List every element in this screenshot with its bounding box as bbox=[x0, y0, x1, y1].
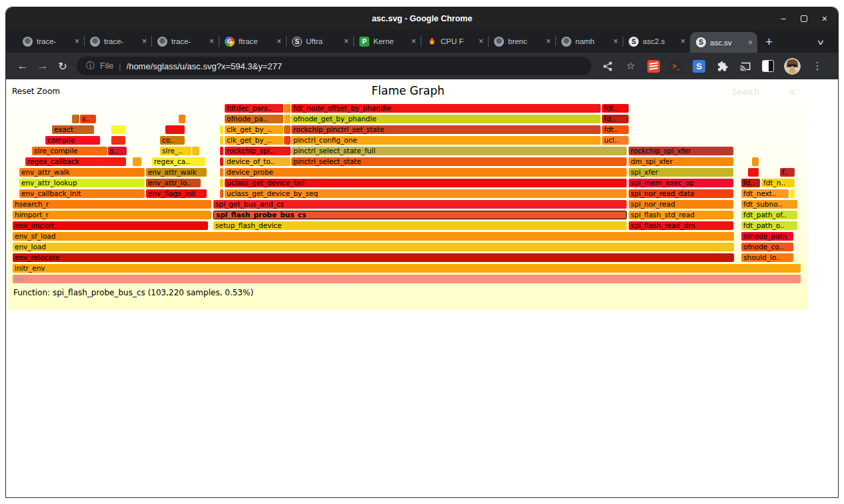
flame-frame-ofnode-path[interactable]: ofnode_path bbox=[741, 232, 793, 241]
flame-frame-sliver[interactable] bbox=[284, 104, 291, 113]
flame-frame-env-attr-lo[interactable]: env_attr_lo.. bbox=[146, 179, 201, 187]
minimize-icon[interactable]: − bbox=[781, 14, 786, 23]
flame-frame-f[interactable]: f.. bbox=[780, 168, 795, 177]
flame-frame-exact[interactable]: exact bbox=[52, 125, 94, 134]
flame-frame-sliver[interactable] bbox=[220, 189, 223, 198]
dark-mode-extension-icon[interactable] bbox=[762, 60, 774, 72]
flame-frame-sliver[interactable] bbox=[72, 115, 79, 123]
flame-frame-setup-flash-device[interactable]: setup_flash_device bbox=[213, 221, 627, 230]
page-info-icon[interactable]: ⓘ bbox=[86, 60, 95, 72]
flame-frame-sliver[interactable] bbox=[748, 168, 759, 177]
tab-asc2-s[interactable]: Sasc2.s× bbox=[623, 30, 690, 53]
flame-frame-fd[interactable]: fd.. bbox=[602, 115, 629, 123]
tab-overflow-chevron-icon[interactable]: ∨ bbox=[817, 38, 825, 47]
tab-close-icon[interactable]: × bbox=[209, 37, 214, 46]
reload-icon[interactable]: ↻ bbox=[53, 60, 73, 73]
flame-frame-slre[interactable]: slre_.. bbox=[160, 147, 191, 155]
flame-frame-sliver[interactable] bbox=[284, 136, 291, 145]
flame-frame-sliver[interactable] bbox=[220, 125, 223, 134]
flame-frame-env-relocate[interactable]: env_relocate bbox=[13, 253, 734, 262]
flame-frame-ucl[interactable]: ucl.. bbox=[602, 136, 629, 145]
tab-close-icon[interactable]: × bbox=[344, 37, 349, 46]
tab-close-icon[interactable]: × bbox=[75, 37, 79, 46]
flame-frame-rockchip-pinctrl-set-state[interactable]: rockchip_pinctrl_set_state bbox=[291, 125, 601, 134]
tab-close-icon[interactable]: × bbox=[479, 37, 483, 46]
flame-frame-ofnode-get-by-phandle[interactable]: ofnode_get_by_phandle bbox=[291, 115, 601, 123]
tab-kerne[interactable]: PKerne× bbox=[353, 30, 421, 53]
flame-frame-s[interactable]: s.. bbox=[108, 147, 127, 155]
tab-close-icon[interactable]: × bbox=[681, 37, 685, 46]
flame-frame-sliver[interactable] bbox=[111, 136, 125, 145]
tab-close-icon[interactable]: × bbox=[546, 37, 551, 46]
flame-frame-clk-get-by[interactable]: clk_get_by_.. bbox=[225, 136, 283, 145]
flame-frame-rockchip-spi[interactable]: rockchip_spi.. bbox=[225, 147, 291, 155]
tab-brenc[interactable]: brenc× bbox=[488, 30, 555, 53]
new-tab-button[interactable]: + bbox=[765, 35, 773, 48]
maximize-icon[interactable] bbox=[801, 15, 807, 22]
flame-frame-spi-flash-read-dm[interactable]: spi_flash_read_dm bbox=[629, 221, 733, 230]
flame-frame-sliver[interactable] bbox=[220, 136, 223, 145]
flame-frame-env-flags-init[interactable]: env_flags_init bbox=[146, 189, 207, 198]
flame-frame-sliver[interactable] bbox=[179, 115, 185, 123]
flame-frame-spl-flash-probe-bus-cs[interactable]: spl_flash_probe_bus_cs bbox=[213, 211, 627, 219]
flame-frame-initr-env[interactable]: initr_env bbox=[13, 264, 801, 273]
flame-frame-clk-get-by[interactable]: clk_get_by_.. bbox=[225, 125, 283, 134]
search-button[interactable]: Search bbox=[732, 87, 759, 97]
flame-frame-pinctrl-select-state-full[interactable]: pinctrl_select_state_full bbox=[291, 147, 627, 155]
session-extension-icon[interactable]: S bbox=[693, 60, 705, 73]
flame-frame-pinctrl-config-one[interactable]: pinctrl_config_one bbox=[291, 136, 601, 145]
flame-frame-pinctrl-select-state[interactable]: pinctrl_select_state bbox=[291, 157, 627, 166]
back-icon[interactable]: ← bbox=[13, 59, 33, 73]
flame-frame-regex-callback[interactable]: regex_callback bbox=[25, 157, 126, 166]
flame-frame-ofnode-pa[interactable]: ofnode_pa.. bbox=[225, 115, 283, 123]
flame-frame-dm-spi-xfer[interactable]: dm_spi_xfer bbox=[629, 157, 733, 166]
flame-frame-fd[interactable]: fd.. bbox=[741, 179, 760, 187]
flame-frame-env-load[interactable]: env_load bbox=[13, 243, 734, 251]
flame-frame-ofnode-co[interactable]: ofnode_co.. bbox=[741, 243, 793, 251]
flame-frame-spi-xfer[interactable]: spi_xfer bbox=[629, 168, 733, 177]
flame-frame-env-callback-init[interactable]: env_callback_init bbox=[19, 189, 145, 198]
flame-frame-env-sf-load[interactable]: env_sf_load bbox=[13, 232, 734, 241]
flame-frame-uclass-get-device-by-seq[interactable]: uclass_get_device_by_seq bbox=[225, 189, 627, 198]
tab-uftra[interactable]: SUftra× bbox=[286, 30, 353, 53]
terminal-extension-icon[interactable]: >_ bbox=[670, 60, 683, 73]
flame-frame-regex-ca[interactable]: regex_ca.. bbox=[152, 157, 205, 166]
flame-frame-fdtdec-pars[interactable]: fdtdec_pars.. bbox=[225, 104, 283, 113]
flame-frame-himport-r[interactable]: himport_r bbox=[13, 211, 211, 219]
flame-frame-should-lo[interactable]: should_lo.. bbox=[741, 253, 793, 262]
flame-frame-rockchip-spi-xfer[interactable]: rockchip_spi_xfer bbox=[629, 147, 733, 155]
flame-frame-slre-compile[interactable]: slre_compile bbox=[32, 147, 107, 155]
tab-namh[interactable]: namh× bbox=[555, 30, 623, 53]
tab-asc-sv[interactable]: Sasc.sv× bbox=[690, 32, 757, 53]
tab-close-icon[interactable]: × bbox=[748, 38, 753, 47]
flame-frame-fdt-node-offset-by-phandle[interactable]: fdt_node_offset_by_phandle bbox=[291, 104, 601, 113]
todoist-extension-icon[interactable] bbox=[647, 60, 660, 73]
flame-frame-sliver[interactable] bbox=[220, 179, 223, 187]
menu-icon[interactable]: ⋮ bbox=[811, 59, 824, 73]
flame-frame-sliver[interactable] bbox=[220, 168, 223, 177]
flame-frame-env-import[interactable]: env_import bbox=[13, 221, 208, 230]
flame-frame-hsearch-r[interactable]: hsearch_r bbox=[13, 200, 211, 209]
flame-frame-sliver[interactable] bbox=[111, 125, 125, 134]
cast-icon[interactable] bbox=[739, 59, 752, 73]
url-text[interactable]: /home/sglass/u/asc.svg?x=594.3&y=277 bbox=[127, 61, 282, 71]
tab-trace[interactable]: trace-× bbox=[151, 30, 219, 53]
flame-frame-spi-flash-std-read[interactable]: spi_flash_std_read bbox=[629, 211, 733, 219]
flame-frame-device-probe[interactable]: device_probe bbox=[225, 168, 627, 177]
flame-frame-fdt-next[interactable]: fdt_next.. bbox=[741, 189, 789, 198]
flame-frame-sliver[interactable] bbox=[284, 125, 291, 134]
tab-close-icon[interactable]: × bbox=[142, 37, 147, 46]
close-window-icon[interactable]: × bbox=[822, 14, 827, 23]
flame-frame-sliver[interactable] bbox=[790, 189, 795, 198]
flame-frame-env-attr-walk[interactable]: env_attr_walk bbox=[19, 168, 145, 177]
tab-cpu-f[interactable]: CPU F× bbox=[421, 30, 488, 53]
flame-frame-sliver[interactable] bbox=[284, 115, 291, 123]
address-bar[interactable]: ⓘ File | /home/sglass/u/asc.svg?x=594.3&… bbox=[77, 57, 591, 75]
flame-frame-sliver[interactable] bbox=[220, 157, 223, 166]
profile-avatar[interactable] bbox=[784, 58, 801, 75]
flame-frame-spi-mem-exec-op[interactable]: spi_mem_exec_op bbox=[629, 179, 733, 187]
tab-trace[interactable]: trace-× bbox=[84, 30, 151, 53]
flame-frame-fdt[interactable]: fdt.. bbox=[602, 125, 629, 134]
flame-frame-sliver[interactable] bbox=[165, 125, 185, 134]
flame-frame-sliver[interactable] bbox=[192, 147, 199, 155]
